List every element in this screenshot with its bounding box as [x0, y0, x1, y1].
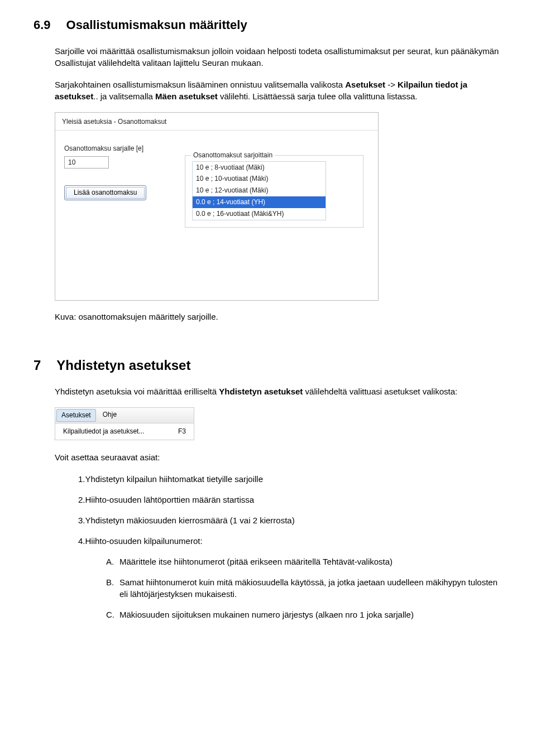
fee-input[interactable]: 10	[64, 156, 109, 168]
section-heading-7: 7Yhdistetyn asetukset	[34, 356, 502, 375]
section-number: 6.9	[34, 17, 51, 34]
dialog-window: Yleisiä asetuksia - Osanottomaksut Osano…	[55, 112, 379, 301]
fee-label: Osanottomaksu sarjalle [e]	[64, 144, 165, 153]
alpha-list: A.Määrittele itse hiihtonumerot (pitää e…	[106, 556, 502, 620]
menu-item[interactable]: Kilpailutiedot ja asetukset... F3	[55, 423, 194, 440]
list-item[interactable]: 10 e ; 12-vuotiaat (Mäki)	[193, 185, 326, 196]
menu-item-label: Kilpailutiedot ja asetukset...	[63, 427, 144, 436]
menu-asetukset[interactable]: Asetukset	[56, 409, 96, 422]
menu-screenshot: Asetukset Ohje Kilpailutiedot ja asetuks…	[55, 407, 194, 440]
list-item: A.Määrittele itse hiihtonumerot (pitää e…	[106, 556, 502, 567]
menubar: Asetukset Ohje	[55, 408, 194, 423]
paragraph: Yhdistetyn asetuksia voi määrittää erill…	[55, 386, 502, 397]
figure-caption: Kuva: osanottomaksujen määrittely sarjoi…	[55, 311, 502, 322]
list-item[interactable]: 0.0 e ; 16-vuotiaat (Mäki&YH)	[193, 208, 326, 220]
list-item[interactable]: 10 e ; 10-vuotiaat (Mäki)	[193, 173, 326, 185]
section-title: Yhdistetyn asetukset	[56, 358, 190, 373]
list-item: 1.Yhdistetyn kilpailun hiihtomatkat tiet…	[78, 473, 502, 485]
section-number: 7	[34, 356, 41, 375]
fee-list-fieldset: Osanottomaksut sarjoittain 10 e ; 8-vuot…	[185, 155, 363, 228]
menu-ohje[interactable]: Ohje	[97, 408, 122, 423]
section-title: Osallistumismaksun määrittely	[66, 18, 247, 32]
paragraph: Sarjoille voi määrittää osallistumismaks…	[55, 45, 502, 69]
list-item-selected[interactable]: 0.0 e ; 14-vuotiaat (YH)	[193, 196, 326, 208]
list-item: 3.Yhdistetyn mäkiosuuden kierrosmäärä (1…	[78, 514, 502, 526]
menu-item-shortcut: F3	[178, 427, 186, 436]
dialog-title: Yleisiä asetuksia - Osanottomaksut	[55, 113, 378, 131]
numbered-list: 1.Yhdistetyn kilpailun hiihtomatkat tiet…	[78, 473, 502, 547]
paragraph: Voit asettaa seuraavat asiat:	[55, 451, 502, 463]
section-heading-6-9: 6.9Osallistumismaksun määrittely	[34, 17, 502, 34]
list-item: B.Samat hiihtonumerot kuin mitä mäkiosuu…	[106, 576, 502, 600]
list-item: 4.Hiihto-osuuden kilpailunumerot:	[78, 535, 502, 547]
list-item[interactable]: 10 e ; 8-vuotiaat (Mäki)	[193, 162, 326, 174]
fee-listbox[interactable]: 10 e ; 8-vuotiaat (Mäki) 10 e ; 10-vuoti…	[192, 161, 326, 220]
fee-list-legend: Osanottomaksut sarjoittain	[191, 151, 275, 160]
add-fee-button[interactable]: Lisää osanottomaksu	[64, 185, 146, 200]
list-item: C.Mäkiosuuden sijoituksen mukainen numer…	[106, 609, 502, 620]
paragraph: Sarjakohtainen osallistumismaksun lisääm…	[55, 79, 502, 102]
list-item: 2.Hiihto-osuuden lähtöporttien määrän st…	[78, 494, 502, 505]
